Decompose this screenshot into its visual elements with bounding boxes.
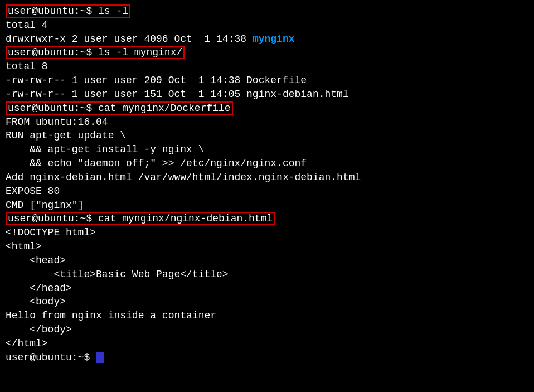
cursor-block [96, 352, 104, 363]
output-line-3: total 8 [6, 60, 528, 74]
output-line-5: -rw-rw-r-- 1 user user 151 Oct 1 14:05 n… [6, 88, 528, 101]
command-line-1: user@ubuntu:~$ ls -l [6, 4, 528, 18]
output-line-17: </head> [6, 282, 528, 296]
output-line-9: && echo "daemon off;" >> /etc/nginx/ngin… [6, 157, 528, 171]
dir-name: mynginx [253, 33, 295, 45]
command-line-3: user@ubuntu:~$ cat mynginx/Dockerfile [6, 101, 528, 115]
terminal: user@ubuntu:~$ ls -l total 4 drwxrwxr-x … [6, 4, 528, 388]
output-line-15: <head> [6, 254, 528, 268]
output-line-6: FROM ubuntu:16.04 [6, 115, 528, 129]
command-line-2: user@ubuntu:~$ ls -l mynginx/ [6, 46, 528, 60]
command-box-3: user@ubuntu:~$ cat mynginx/Dockerfile [6, 101, 233, 115]
prompt-text: user@ubuntu:~$ [6, 352, 96, 363]
dir-entry: drwxrwxr-x 2 user user 4096 Oct 1 14:38 [6, 33, 253, 45]
output-line-10: Add nginx-debian.html /var/www/html/inde… [6, 171, 528, 185]
command-box-4: user@ubuntu:~$ cat mynginx/nginx-debian.… [6, 212, 275, 225]
prompt-line[interactable]: user@ubuntu:~$ [6, 351, 528, 365]
command-box-2: user@ubuntu:~$ ls -l mynginx/ [6, 46, 185, 59]
output-line-2: drwxrwxr-x 2 user user 4096 Oct 1 14:38 … [6, 32, 528, 46]
output-line-4: -rw-rw-r-- 1 user user 209 Oct 1 14:38 D… [6, 74, 528, 88]
output-line-21: </html> [6, 337, 528, 351]
command-box-1: user@ubuntu:~$ ls -l [6, 4, 130, 18]
output-line-11: EXPOSE 80 [6, 185, 528, 199]
command-line-4: user@ubuntu:~$ cat mynginx/nginx-debian.… [6, 212, 528, 226]
output-line-12: CMD ["nginx"] [6, 199, 528, 212]
output-line-8: && apt-get install -y nginx \ [6, 143, 528, 157]
output-line-19: Hello from nginx inside a container [6, 309, 528, 323]
output-line-7: RUN apt-get update \ [6, 129, 528, 143]
output-line-1: total 4 [6, 18, 528, 32]
output-line-14: <html> [6, 240, 528, 254]
output-line-18: <body> [6, 295, 528, 309]
output-line-20: </body> [6, 323, 528, 337]
output-line-13: <!DOCTYPE html> [6, 226, 528, 240]
output-line-16: <title>Basic Web Page</title> [6, 268, 528, 282]
